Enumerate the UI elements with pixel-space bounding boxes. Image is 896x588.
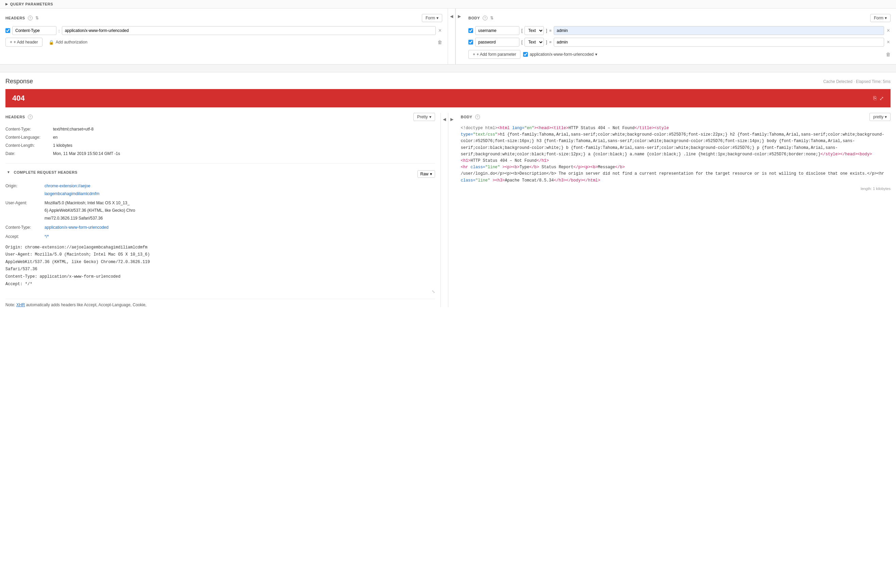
complete-req-raw-dropdown[interactable]: Raw ▾ <box>418 170 435 178</box>
bracket-left-0: [ <box>521 28 523 33</box>
query-params-bar: ▶ QUERY PARAMETERS <box>0 0 896 9</box>
body-checkbox-0[interactable] <box>468 28 473 33</box>
resp-header-row-0: Content-Type: text/html;charset=utf-8 <box>5 125 435 133</box>
body-form-dropdown[interactable]: Form ▾ <box>870 14 891 22</box>
header-remove-btn-0[interactable]: × <box>438 27 442 34</box>
status-404-bar: 404 ⎘ ⤢ <box>5 89 891 107</box>
body-key-1[interactable] <box>475 38 520 47</box>
resp-header-val-0: text/html;charset=utf-8 <box>53 125 93 133</box>
resp-body-dropdown[interactable]: pretty ▾ <box>870 113 891 121</box>
resp-header-key-2: Content-Length: <box>5 142 53 149</box>
resp-headers-dropdown[interactable]: Pretty ▾ <box>413 113 435 121</box>
collapse-right-chevron: ▶ <box>458 14 461 19</box>
add-form-param-button[interactable]: + + Add form parameter <box>468 50 520 59</box>
body-delete-icon[interactable]: 🗑 <box>886 52 891 57</box>
xhr-link[interactable]: XHR <box>16 303 25 307</box>
status-expand-icon[interactable]: ⤢ <box>879 95 884 102</box>
status-copy-icon[interactable]: ⎘ <box>873 95 877 102</box>
body-key-0[interactable] <box>475 26 520 35</box>
body-value-1[interactable] <box>554 38 884 47</box>
body-length-info: length: 1 kilobytes <box>461 187 891 191</box>
complete-request-headers: ▼ COMPLETE REQUEST HEADERS Raw ▾ Origin:… <box>5 163 435 307</box>
resp-headers-info-icon[interactable]: ? <box>28 114 33 119</box>
response-body-code: <!doctype html><html lang="en"><head><ti… <box>461 125 891 184</box>
header-value-input-0[interactable] <box>62 26 436 35</box>
body-title-row: BODY ? ⇅ <box>468 16 494 20</box>
req-row-0: Origin: chrome-extension://aejoelaogembc… <box>5 182 435 198</box>
complete-req-collapse-arrow[interactable]: ▼ <box>5 169 12 175</box>
bracket-right-0: ] <box>546 28 547 33</box>
req-key-1: User-Agent: <box>5 199 44 222</box>
body-type-select-1[interactable]: Text File <box>524 38 544 47</box>
body-panel-header: BODY ? ⇅ Form ▾ <box>468 14 891 22</box>
req-key-2: Content-Type: <box>5 224 44 232</box>
req-val-0: chrome-extension://aejoelaogembcahagimdi… <box>44 182 99 198</box>
body-title: BODY <box>468 16 480 20</box>
resp-body-title: BODY <box>461 115 472 119</box>
cache-info: Cache Detected · Elapsed Time: 5ms <box>823 79 891 84</box>
resp-headers-title-row: HEADERS ? <box>5 114 33 119</box>
headers-delete-icon[interactable]: 🗑 <box>437 40 442 45</box>
resp-collapse-chevron: ◀ <box>443 117 446 122</box>
resp-header-val-3: Mon, 11 Mar 2019 15:50:14 GMT -1s <box>53 149 120 158</box>
resp-header-key-3: Date: <box>5 149 53 158</box>
headers-panel-header: HEADERS ? ⇅ Form ▾ <box>5 14 442 22</box>
resp-header-key-0: Content-Type: <box>5 125 53 133</box>
colon-0: : <box>58 28 60 33</box>
resp-header-row-1: Content-Language: en <box>5 133 435 142</box>
equals-1: = <box>549 40 552 44</box>
headers-title-row: HEADERS ? ⇅ <box>5 16 39 20</box>
bracket-right-1: ] <box>546 40 547 44</box>
body-value-0[interactable] <box>554 26 884 35</box>
headers-info-icon[interactable]: ? <box>28 16 33 20</box>
body-panel-wrapper: ▶ BODY ? ⇅ Form ▾ [ Text <box>456 9 896 64</box>
response-panels: HEADERS ? Pretty ▾ Content-Type: text/ht… <box>5 113 891 307</box>
resp-panels-collapse[interactable]: ◀ <box>441 113 448 307</box>
top-panels-row: HEADERS ? ⇅ Form ▾ : × + + Add header <box>0 9 896 64</box>
resp-headers-title: HEADERS <box>5 115 25 119</box>
resp-headers-panel-header: HEADERS ? Pretty ▾ <box>5 113 435 121</box>
headers-sort-icon[interactable]: ⇅ <box>35 16 39 20</box>
encoding-chevron[interactable]: ▾ <box>595 52 597 57</box>
complete-req-headers-title-row: ▼ COMPLETE REQUEST HEADERS <box>5 169 78 175</box>
collapse-left-chevron: ◀ <box>450 14 453 19</box>
body-remove-1[interactable]: × <box>886 39 891 46</box>
resp-header-val-1: en <box>53 133 58 142</box>
header-key-input-0[interactable] <box>12 26 56 35</box>
header-row-0: : × <box>5 26 442 35</box>
resize-handle[interactable]: ⤡ <box>5 288 435 294</box>
resp-body-expand[interactable]: ▶ <box>448 113 456 307</box>
body-row-1: [ Text File ] = × <box>468 38 891 47</box>
header-checkbox-0[interactable] <box>5 28 10 33</box>
body-sort-icon[interactable]: ⇅ <box>490 16 494 20</box>
body-row-0: [ Text File ] = × <box>468 26 891 35</box>
resp-body-info-icon[interactable]: ? <box>475 114 480 119</box>
response-headers-list: Content-Type: text/html;charset=utf-8 Co… <box>5 125 435 158</box>
response-body-panel: BODY ? pretty ▾ <!doctype html><html lan… <box>456 113 891 307</box>
panels-collapse-button[interactable]: ◀ <box>448 9 456 64</box>
resize-icon: ⤡ <box>432 289 435 294</box>
body-info-icon[interactable]: ? <box>483 16 488 20</box>
headers-form-dropdown[interactable]: Form ▾ <box>422 14 442 22</box>
resp-header-key-1: Content-Language: <box>5 133 53 142</box>
encoding-checkbox-row: application/x-www-form-urlencoded ▾ <box>523 52 597 57</box>
body-type-select-0[interactable]: Text File <box>524 26 544 35</box>
encoding-checkbox[interactable] <box>523 52 528 57</box>
chevron-down-icon: ▾ <box>436 16 439 20</box>
lock-icon: 🔒 <box>49 40 54 45</box>
req-val-1: Mozilla/5.0 (Macintosh; Intel Mac OS X 1… <box>44 199 135 222</box>
resp-body-chevron: ▾ <box>885 114 887 119</box>
body-checkbox-1[interactable] <box>468 40 473 44</box>
add-header-button[interactable]: + + Add header <box>5 38 43 47</box>
resp-body-expand-chevron: ▶ <box>450 117 453 122</box>
body-remove-0[interactable]: × <box>886 27 891 34</box>
raw-chevron-icon: ▾ <box>430 172 432 177</box>
headers-panel: HEADERS ? ⇅ Form ▾ : × + + Add header <box>0 9 448 64</box>
add-authorization-button[interactable]: 🔒 Add authorization <box>49 38 87 47</box>
body-collapse-button[interactable]: ▶ <box>456 9 463 64</box>
response-section: Response Cache Detected · Elapsed Time: … <box>0 72 896 313</box>
complete-req-headers-content: Origin: chrome-extension://aejoelaogembc… <box>5 182 435 241</box>
query-params-toggle[interactable]: ▶ QUERY PARAMETERS <box>5 2 891 6</box>
resp-header-val-2: 1 kilobytes <box>53 142 72 149</box>
req-key-3: Accept: <box>5 233 44 241</box>
